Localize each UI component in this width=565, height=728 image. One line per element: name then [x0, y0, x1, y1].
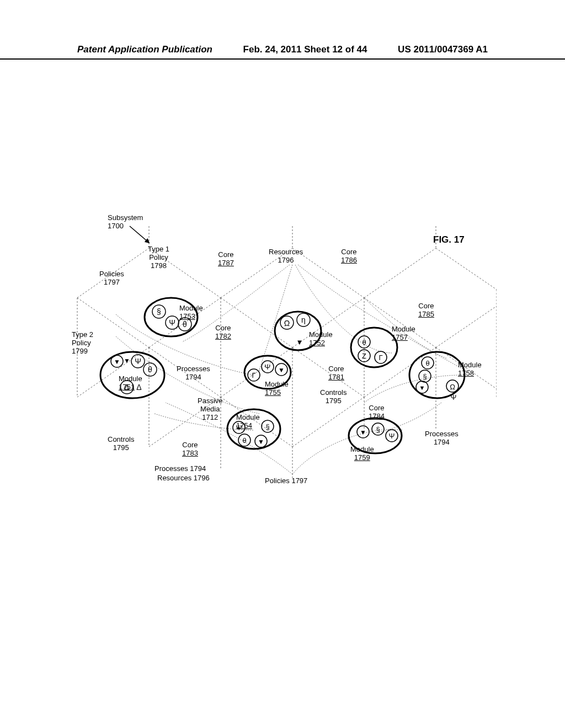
label-processes-1794: Processes 1794 [177, 365, 210, 382]
label-module-1758: Module1758 [458, 361, 482, 378]
label-module-1753: Module1753 [179, 304, 203, 321]
label-passive-media: Passive Media 1712 [198, 397, 223, 422]
label-processes-1794c: Processes 1794 [154, 465, 206, 473]
svg-text:▼: ▼ [360, 429, 366, 436]
header-left: Patent Application Publication [77, 44, 212, 55]
label-module-1757: Module1757 [392, 325, 415, 342]
svg-text:§: § [423, 372, 427, 381]
svg-text:Ω: Ω [284, 319, 290, 328]
svg-text:Ψ: Ψ [169, 318, 175, 327]
label-controls-1795: Controls 1795 [320, 389, 347, 405]
svg-text:θ: θ [362, 338, 366, 346]
svg-text:§: § [376, 425, 380, 433]
label-core-1786: Core1786 [341, 248, 357, 265]
svg-text:▼: ▼ [419, 384, 425, 391]
svg-text:§: § [157, 307, 161, 316]
svg-line-11 [436, 306, 497, 347]
svg-text:Ψ: Ψ [451, 393, 457, 402]
label-resources-1796b: Resources 1796 [157, 474, 210, 483]
label-policies-1797: Policies 1797 [99, 270, 124, 287]
svg-text:Ψ: Ψ [135, 357, 141, 366]
svg-text:Ω: Ω [450, 383, 455, 391]
svg-text:▼: ▼ [258, 438, 264, 446]
svg-text:▼: ▼ [114, 358, 120, 366]
label-resources-1796: Resources 1796 [269, 248, 303, 265]
label-type1-policy: Type 1 Policy 1798 [148, 245, 169, 270]
svg-text:θ: θ [425, 359, 429, 367]
module-1757-shape: θ Ζ Γ [351, 328, 397, 367]
header-right: US 2011/0047369 A1 [398, 44, 488, 55]
svg-line-5 [436, 248, 497, 290]
svg-text:Γ: Γ [379, 354, 382, 362]
label-core-1783: Core1783 [182, 441, 198, 458]
svg-text:θ: θ [183, 320, 187, 329]
svg-text:▼: ▼ [124, 357, 130, 365]
label-core-1781: Core1781 [328, 365, 344, 382]
label-controls-1795b: Controls 1795 [108, 436, 134, 452]
page-header: Patent Application Publication Feb. 24, … [0, 44, 565, 60]
svg-text:Ζ: Ζ [362, 352, 366, 360]
svg-text:θ: θ [148, 365, 152, 374]
label-module-1759: Module1759 [350, 446, 374, 462]
svg-line-8 [221, 298, 292, 347]
svg-text:Γ: Γ [252, 371, 255, 379]
label-policies-1797b: Policies 1797 [265, 477, 307, 485]
label-module-1752: Module1752 [309, 331, 333, 347]
svg-text:Ψ: Ψ [389, 432, 395, 440]
svg-text:η: η [301, 315, 306, 324]
label-core-1784: Core1784 [369, 404, 385, 421]
label-module-1754: Module1754 [236, 414, 260, 430]
label-type2-policy: Type 2 Policy 1799 [72, 331, 93, 356]
svg-point-75 [351, 328, 397, 367]
label-core-1787: Core1787 [218, 251, 234, 267]
label-core-1785: Core1785 [418, 302, 434, 319]
label-subsystem: Subsystem 1700 [108, 214, 143, 231]
header-center: Feb. 24, 2011 Sheet 12 of 44 [243, 44, 367, 55]
svg-line-4 [364, 248, 436, 298]
label-module-1751: Module1751 [119, 375, 142, 392]
svg-text:θ: θ [242, 436, 246, 445]
svg-text:Ψ: Ψ [265, 363, 271, 371]
label-module-1755: Module1755 [265, 381, 289, 397]
svg-text:§: § [265, 422, 269, 431]
svg-text:▼: ▼ [296, 338, 303, 346]
label-processes-1794b: Processes 1794 [425, 430, 459, 447]
svg-text:▼: ▼ [278, 366, 285, 374]
label-core-1782: Core1782 [215, 324, 231, 341]
